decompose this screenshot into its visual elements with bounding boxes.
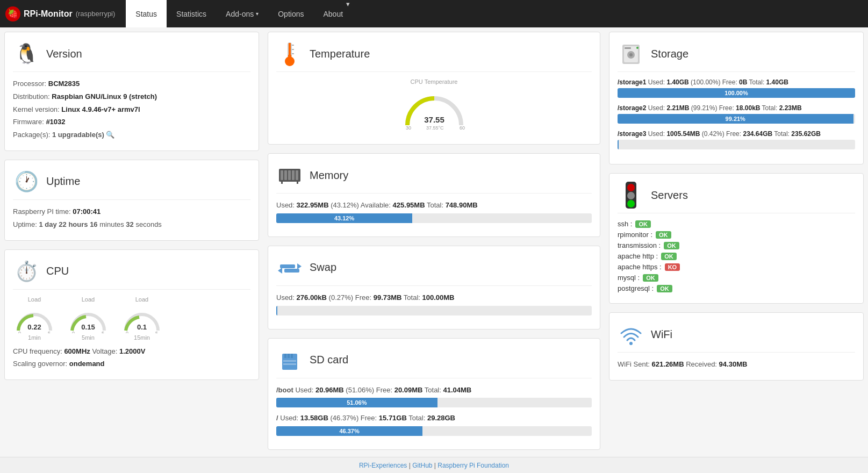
storage-entry-1: /storage1 Used: 1.40GB (100.00%) Free: 0… xyxy=(618,78,855,98)
servers-header: Servers xyxy=(618,182,855,213)
kernel-line: Kernel version: Linux 4.9.46-v7+ armv7l xyxy=(13,104,250,116)
brand-host: (raspberrypi) xyxy=(76,10,116,18)
version-title: Version xyxy=(46,48,82,60)
sdcard-root-pct: 46.37% xyxy=(333,414,356,422)
cpu-icon: ⏱️ xyxy=(13,258,40,285)
footer-link-foundation[interactable]: Raspberry Pi Foundation xyxy=(437,462,509,469)
svg-text:0.15: 0.15 xyxy=(81,323,95,331)
svg-rect-23 xyxy=(288,170,291,180)
storage-panel: Storage /storage1 Used: 1.40GB (100.00%)… xyxy=(609,32,864,164)
sdcard-root-used: 13.58GB xyxy=(300,414,328,422)
uptime-panel: 🕐 Uptime Raspberry PI time: 07:00:41 Upt… xyxy=(4,160,259,241)
svg-point-46 xyxy=(627,192,635,199)
cpu-title: CPU xyxy=(46,265,69,277)
firmware-value: #1032 xyxy=(46,118,65,126)
server-ssh: ssh : OK xyxy=(618,220,855,228)
load15-gauge: Load 0.1 0 5 15min xyxy=(120,296,163,341)
load15-sublabel: 15min xyxy=(134,334,150,341)
servers-title: Servers xyxy=(651,189,688,202)
server-apache-http-badge: OK xyxy=(661,253,677,260)
uptime-seconds-label: seconds xyxy=(135,220,161,228)
sdcard-panel: SD card /boot Used: 20.96MB (51.06%) Fre… xyxy=(268,338,600,450)
storage1-bar: 100.00% xyxy=(618,88,855,98)
storage2-bar-label: 99.21% xyxy=(726,116,745,122)
server-apache-https-badge: KO xyxy=(665,263,680,271)
middle-column: Temperature CPU Temperature 37.55 30 37.… xyxy=(263,27,605,457)
storage-entry-3: /storage3 Used: 1005.54MB (0.42%) Free: … xyxy=(618,130,855,149)
sdcard-boot-path: /boot xyxy=(276,386,293,394)
nav-statistics[interactable]: Statistics xyxy=(167,0,216,27)
temperature-title: Temperature xyxy=(310,48,370,60)
swap-panel: Swap Used: 276.00kB (0.27%) Free: 99.73M… xyxy=(268,246,600,329)
server-transmission-name: transmission : xyxy=(618,241,661,249)
swap-icon xyxy=(276,254,303,281)
nav-status[interactable]: Status xyxy=(126,0,167,27)
temperature-header: Temperature xyxy=(276,40,592,72)
server-apache-https: apache https : KO xyxy=(618,263,855,271)
svg-marker-29 xyxy=(297,263,302,269)
svg-rect-26 xyxy=(281,181,283,184)
packages-value: 1 upgradable(s) xyxy=(52,131,104,139)
temperature-icon xyxy=(276,40,303,67)
nav-options[interactable]: Options xyxy=(268,0,313,27)
storage2-progress: 99.21% xyxy=(618,114,855,124)
version-icon: 🐧 xyxy=(13,40,40,67)
sdcard-root-total: 29.28GB xyxy=(427,414,455,422)
version-panel: 🐧 Version Processor: BCM2835 Distributio… xyxy=(4,32,259,151)
server-postgresql-badge: OK xyxy=(657,285,672,292)
memory-used: 322.95MB xyxy=(297,201,329,209)
sdcard-boot-free: 20.09MB xyxy=(394,386,423,394)
server-mysql-badge: OK xyxy=(643,274,658,282)
footer-link-github[interactable]: GitHub xyxy=(412,462,432,469)
server-apache-https-name: apache https : xyxy=(618,263,662,271)
wifi-stats: WiFi Sent: 621.26MB Received: 94.30MB xyxy=(618,359,855,370)
raspberry-time-line: Raspberry PI time: 07:00:41 xyxy=(13,206,250,218)
temp-gauge-wrapper: CPU Temperature 37.55 30 37.55°C 60 xyxy=(276,78,592,131)
storage1-progress: 100.00% xyxy=(618,88,855,98)
sdcard-boot-bar-label: 51.06% xyxy=(347,399,367,406)
svg-text:5: 5 xyxy=(155,331,158,333)
servers-icon xyxy=(618,182,644,209)
svg-rect-21 xyxy=(281,170,283,180)
uptime-hours: 22 xyxy=(59,220,66,228)
server-rpimonitor-badge: OK xyxy=(656,231,671,239)
sdcard-boot-bar: 51.06% xyxy=(276,398,437,407)
memory-bar: 43.12% xyxy=(276,213,412,223)
swap-header: Swap xyxy=(276,254,592,286)
memory-total: 748.90MB xyxy=(446,201,478,209)
load15-svg: 0.1 0 5 xyxy=(120,304,163,333)
uptime-seconds: 32 xyxy=(126,220,133,228)
svg-point-48 xyxy=(629,342,633,345)
uptime-detail-line: Uptime: 1 day 22 hours 16 minutes 32 sec… xyxy=(13,219,250,231)
version-header: 🐧 Version xyxy=(13,40,250,72)
cpu-voltage: 1.2000V xyxy=(119,347,145,355)
server-ssh-badge: OK xyxy=(635,220,651,228)
svg-rect-35 xyxy=(291,354,293,358)
svg-rect-36 xyxy=(283,360,296,362)
sdcard-root-progress: 46.37% xyxy=(276,426,592,436)
main-content: 🐧 Version Processor: BCM2835 Distributio… xyxy=(0,27,868,457)
storage-icon xyxy=(618,40,644,67)
sdcard-header: SD card xyxy=(276,347,592,378)
nav-addons[interactable]: Add-ons ▾ xyxy=(216,0,268,27)
server-postgresql-name: postgresql : xyxy=(618,284,654,292)
svg-point-43 xyxy=(636,47,639,49)
swap-used: 276.00kB xyxy=(297,293,327,302)
sdcard-icon xyxy=(276,347,303,374)
svg-text:5: 5 xyxy=(102,331,104,333)
memory-panel: Memory Used: 322.95MB (43.12%) Available… xyxy=(268,153,600,237)
uptime-hours-label: hours xyxy=(68,220,88,228)
cpu-freq-line: CPU frequency: 600MHz Voltage: 1.2000V xyxy=(13,346,250,357)
swap-total: 100.00MB xyxy=(422,293,455,302)
footer-link-experiences[interactable]: RPi-Experiences xyxy=(359,462,407,469)
svg-rect-24 xyxy=(292,170,295,180)
left-column: 🐧 Version Processor: BCM2835 Distributio… xyxy=(0,27,263,457)
memory-bar-label: 43.12% xyxy=(334,215,354,221)
load5-sublabel: 5min xyxy=(82,334,95,341)
memory-title: Memory xyxy=(310,169,348,182)
processor-line: Processor: BCM2835 xyxy=(13,78,250,90)
cpu-gauges: Load 0.22 0 5 1min Load xyxy=(13,296,250,341)
distribution-line: Distribution: Raspbian GNU/Linux 9 (stre… xyxy=(13,91,250,103)
memory-progress: 43.12% xyxy=(276,213,592,223)
brand-name: RPi-Monitor xyxy=(24,9,73,19)
